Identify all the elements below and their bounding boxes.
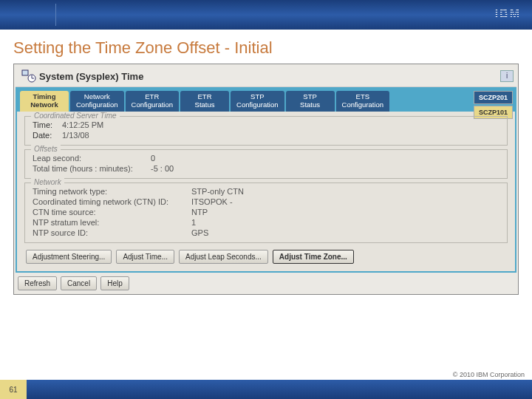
time-label: Time: [33, 120, 62, 129]
adjustment-steering-button[interactable]: Adjustment Steering... [26, 250, 112, 264]
leap-second-value: 0 [151, 154, 155, 163]
clock-network-icon [18, 67, 39, 85]
adjust-time-button[interactable]: Adjust Time... [116, 250, 174, 264]
total-time-value: -5 : 00 [151, 164, 174, 173]
dialog-button-row: Refresh Cancel Help [16, 273, 516, 293]
ntp-source-id-label: NTP source ID: [33, 228, 191, 237]
network-group: Network Timing network type: STP-only CT… [24, 183, 508, 243]
copyright-text: © 2010 IBM Corporation [453, 371, 525, 378]
ctn-id-label: Coordinated timing network (CTN) ID: [33, 197, 191, 206]
ctn-time-source-value: NTP [191, 208, 208, 216]
tab-etr-configuration[interactable]: ETRConfiguration [126, 91, 180, 112]
tab-timing-network[interactable]: TimingNetwork [20, 91, 69, 112]
action-button-row: Adjustment Steering... Adjust Time... Ad… [24, 247, 508, 265]
tab-stp-configuration[interactable]: STPConfiguration [231, 91, 284, 112]
footer-decoration [27, 380, 532, 399]
header-divider [55, 4, 56, 26]
tab-content: Coordinated Server Time Time: 4:12:25 PM… [17, 112, 515, 271]
group-legend: Offsets [31, 145, 61, 153]
slide-title: Setting the Time Zone Offset - Initial [0, 30, 532, 64]
ntp-source-id-value: GPS [191, 228, 208, 237]
offsets-group: Offsets Leap second: 0 Total time (hours… [24, 149, 508, 179]
total-time-label: Total time (hours : minutes): [33, 164, 151, 173]
group-legend: Network [31, 178, 64, 186]
adjust-time-zone-button[interactable]: Adjust Time Zone... [273, 250, 354, 264]
tab-etr-status[interactable]: ETRStatus [180, 91, 229, 112]
refresh-button[interactable]: Refresh [18, 276, 57, 290]
page-number: 61 [0, 380, 27, 399]
ctn-id-value: ITSOPOK - [191, 197, 233, 206]
dialog-panel: System (Sysplex) Time i SCZP201 SCZP101 … [13, 64, 519, 295]
tab-network-configuration[interactable]: NetworkConfiguration [70, 91, 124, 112]
date-label: Date: [33, 131, 62, 140]
ntp-stratum-value: 1 [191, 218, 196, 227]
footer-bar: 61 [0, 380, 532, 399]
tab-stp-status[interactable]: STPStatus [286, 91, 335, 112]
adjust-leap-seconds-button[interactable]: Adjust Leap Seconds... [179, 250, 268, 264]
help-button[interactable]: Help [100, 276, 129, 290]
group-legend: Coordinated Server Time [31, 112, 120, 120]
info-icon[interactable]: i [500, 70, 514, 82]
coordinated-server-time-group: Coordinated Server Time Time: 4:12:25 PM… [24, 116, 508, 146]
date-value: 1/13/08 [62, 131, 89, 140]
panel-header: System (Sysplex) Time i [16, 66, 516, 87]
tab-ets-configuration[interactable]: ETSConfiguration [336, 91, 390, 112]
system-label-sczp201[interactable]: SCZP201 [474, 91, 513, 104]
time-value: 4:12:25 PM [62, 120, 103, 129]
ntp-stratum-label: NTP stratum level: [33, 218, 191, 227]
panel-body: SCZP201 SCZP101 TimingNetwork NetworkCon… [16, 87, 516, 273]
top-header-bar: IBM [0, 0, 532, 30]
tabs-row: TimingNetwork NetworkConfiguration ETRCo… [17, 89, 515, 112]
panel-title: System (Sysplex) Time [39, 71, 500, 82]
cancel-button[interactable]: Cancel [61, 276, 97, 290]
timing-network-type-value: STP-only CTN [191, 187, 244, 196]
svg-rect-0 [22, 70, 28, 75]
timing-network-type-label: Timing network type: [33, 187, 191, 196]
ctn-time-source-label: CTN time source: [33, 208, 191, 216]
leap-second-label: Leap second: [33, 154, 151, 163]
ibm-logo: IBM [495, 7, 521, 21]
